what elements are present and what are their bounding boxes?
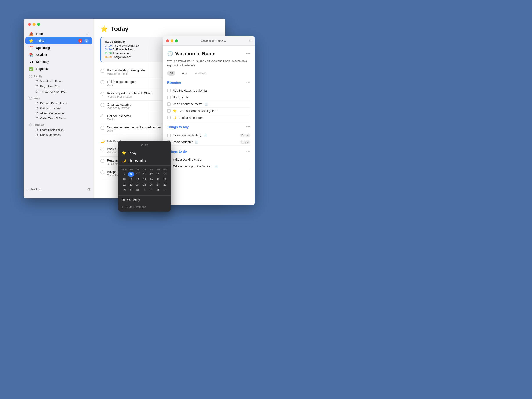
tag-errand[interactable]: Errand: [177, 71, 190, 76]
calendar-cell[interactable]: 24: [134, 182, 141, 187]
calendar-row: 22 23 24 25 26 27 28: [121, 182, 168, 187]
calendar-cell[interactable]: 20: [155, 177, 161, 182]
calendar-cell[interactable]: 2: [148, 187, 155, 193]
sidebar-subitem-run-marathon[interactable]: ⏱ Run a Marathon: [25, 133, 92, 138]
sidebar-subitem-buy-car[interactable]: ⏱ Buy a New Car: [25, 84, 92, 89]
tag-all[interactable]: All: [167, 71, 175, 76]
calendar-cell[interactable]: 3: [155, 187, 161, 193]
task-checkbox[interactable]: [101, 69, 104, 73]
sidebar-section-family: Family: [24, 72, 94, 79]
when-option-today[interactable]: ⭐ Today: [118, 149, 171, 157]
sidebar-subitem-onboard-james[interactable]: ⏱ Onboard James: [25, 106, 92, 111]
sidebar-item-anytime[interactable]: 📚 Anytime: [25, 51, 92, 58]
sidebar-item-inbox[interactable]: 📥 Inbox 2: [25, 30, 92, 37]
calendar-cell-today[interactable]: 9: [128, 172, 134, 177]
calendar-cell[interactable]: 12: [148, 172, 155, 177]
task-checkbox[interactable]: [101, 147, 104, 152]
detail-close-button[interactable]: [166, 39, 169, 42]
today-badge-count: 8: [84, 39, 89, 43]
when-option-evening[interactable]: 🌙 This Evening: [118, 157, 171, 165]
detail-task-checkbox[interactable]: [167, 95, 171, 99]
svg-point-0: [29, 75, 32, 78]
detail-task-item: 🌙 Book a hotel room: [167, 114, 250, 121]
task-checkbox[interactable]: [101, 80, 104, 84]
detail-panel: Vacation in Rome ◇ ⧉ 🕐 Vacation in Rome …: [163, 36, 255, 205]
add-reminder-button[interactable]: + + Add Reminder: [118, 203, 171, 212]
detail-task-checkbox[interactable]: [167, 133, 171, 137]
sidebar-item-someday[interactable]: 🗂 Someday: [25, 58, 92, 65]
page-title-icon: ⭐: [101, 25, 108, 32]
calendar-cell[interactable]: 1: [141, 187, 148, 193]
calendar-cell[interactable]: 15: [121, 177, 128, 182]
calendar-cell[interactable]: 18: [141, 177, 148, 182]
calendar-cell[interactable]: 19: [148, 177, 155, 182]
sidebar-subitem-attend-conference[interactable]: ⏱ Attend Conference: [25, 111, 92, 116]
sidebar-subitem-learn-italian[interactable]: ⏱ Learn Basic Italian: [25, 127, 92, 133]
calendar-cell[interactable]: 27: [155, 182, 161, 187]
detail-titlebar: Vacation in Rome ◇ ⧉: [163, 36, 255, 46]
detail-task-item: Read about the metro 📄: [167, 101, 250, 108]
maximize-button[interactable]: [37, 23, 40, 26]
svg-point-1: [29, 97, 32, 100]
sidebar-item-label: Upcoming: [36, 46, 89, 50]
calendar-grid: Mon Tue Wed Thu Fri Sat Sun ★ 9 10 11 12…: [118, 166, 171, 195]
tag-important[interactable]: Important: [192, 71, 208, 76]
more-icon[interactable]: •••: [246, 51, 250, 56]
calendar-cell[interactable]: 22: [121, 182, 128, 187]
today-badge-red: 1: [78, 39, 82, 43]
star-icon: ⭐: [173, 109, 177, 113]
detail-maximize-button[interactable]: [175, 39, 178, 42]
sidebar-footer: + New List ⚙: [24, 185, 94, 194]
calendar-cell[interactable]: 30: [128, 187, 134, 193]
tag-row: All Errand Important: [167, 71, 250, 76]
calendar-cell[interactable]: 26: [148, 182, 155, 187]
sidebar-item-label: Someday: [36, 60, 89, 63]
sidebar-subitem-vacation-rome[interactable]: ⏱ Vacation in Rome: [25, 79, 92, 84]
planning-more-icon[interactable]: •••: [246, 80, 250, 85]
task-checkbox[interactable]: [101, 92, 104, 95]
calendar-cell[interactable]: 29: [121, 187, 128, 193]
note-icon: 📄: [195, 140, 198, 144]
note-icon: 📄: [203, 134, 207, 137]
detail-task-checkbox[interactable]: [167, 109, 171, 113]
copy-icon[interactable]: ⧉: [249, 39, 251, 43]
sidebar-item-today[interactable]: ⭐ Today 1 8: [25, 37, 92, 44]
calendar-cell: ★: [121, 172, 128, 177]
calendar-cell[interactable]: 14: [161, 172, 168, 177]
calendar-cell[interactable]: 13: [155, 172, 161, 177]
calendar-cell[interactable]: 28: [161, 182, 168, 187]
calendar-next-icon[interactable]: ›: [161, 187, 168, 193]
close-button[interactable]: [28, 23, 31, 26]
task-checkbox[interactable]: [101, 126, 104, 130]
calendar-cell[interactable]: 10: [134, 172, 141, 177]
task-checkbox[interactable]: [101, 114, 104, 118]
sidebar-subitem-prepare-presentation[interactable]: ⏱ Prepare Presentation: [25, 101, 92, 106]
task-checkbox[interactable]: [101, 103, 104, 107]
when-someday-option[interactable]: 🗂 Someday: [118, 196, 171, 203]
sidebar-subitem-throw-party[interactable]: ⏱ Throw Party for Eve: [25, 89, 92, 94]
detail-minimize-button[interactable]: [171, 39, 173, 42]
calendar-cell[interactable]: 25: [141, 182, 148, 187]
detail-task-checkbox[interactable]: [167, 102, 171, 106]
calendar-row: 29 30 31 1 2 3 ›: [121, 187, 168, 193]
sidebar-subitem-order-tshirts[interactable]: ⏱ Order Team T-Shirts: [25, 116, 92, 121]
detail-task-item: Extra camera battery 📄 Errand: [167, 132, 250, 139]
minimize-button[interactable]: [33, 23, 36, 26]
task-checkbox[interactable]: [101, 159, 104, 163]
calendar-cell[interactable]: 23: [128, 182, 134, 187]
detail-task-checkbox[interactable]: [167, 89, 171, 92]
detail-task-checkbox[interactable]: [167, 116, 171, 120]
things-buy-more-icon[interactable]: •••: [246, 125, 250, 129]
settings-icon[interactable]: ⚙: [87, 187, 90, 191]
task-checkbox[interactable]: [101, 170, 104, 174]
new-list-button[interactable]: + New List: [27, 188, 41, 191]
sidebar-item-upcoming[interactable]: 📅 Upcoming: [25, 44, 92, 51]
detail-content: 🕐 Vacation in Rome ••• We'll go from Jun…: [163, 46, 255, 205]
calendar-cell[interactable]: 16: [128, 177, 134, 182]
sidebar-item-logbook[interactable]: ✅ Logbook: [25, 65, 92, 72]
calendar-cell[interactable]: 11: [141, 172, 148, 177]
calendar-cell[interactable]: 21: [161, 177, 168, 182]
calendar-cell[interactable]: 31: [134, 187, 141, 193]
things-do-more-icon[interactable]: •••: [246, 149, 250, 154]
calendar-cell[interactable]: 17: [134, 177, 141, 182]
